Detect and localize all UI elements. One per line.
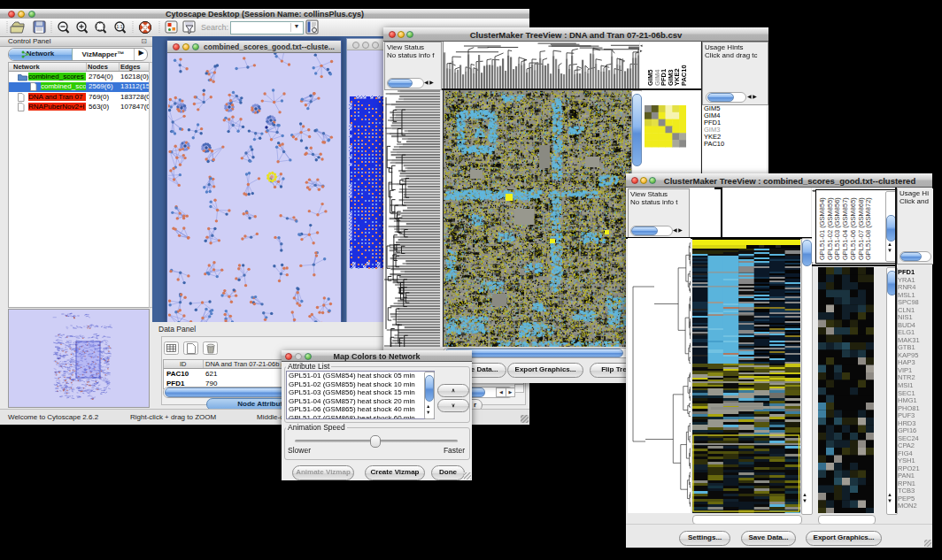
svg-text:1:1: 1:1 [116,24,123,29]
